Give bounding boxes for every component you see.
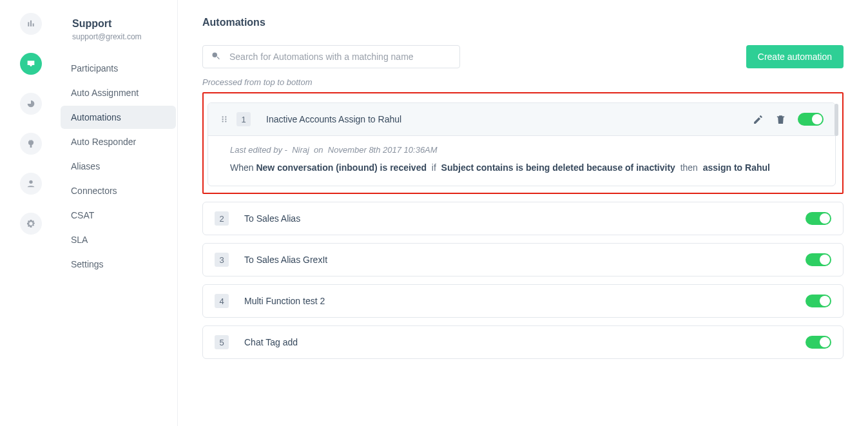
rail-people-icon[interactable] xyxy=(20,173,42,195)
automation-title: Inactive Accounts Assign to Rahul xyxy=(258,114,745,124)
edit-icon[interactable] xyxy=(753,114,764,125)
automation-number: 5 xyxy=(215,335,229,349)
automation-actions xyxy=(805,253,831,266)
rail-integrations-icon[interactable] xyxy=(20,133,42,155)
last-edited-text: Last edited by - Niraj on November 8th 2… xyxy=(230,145,813,155)
drag-handle-icon[interactable] xyxy=(220,115,229,124)
automation-toggle[interactable] xyxy=(798,113,824,126)
automation-number: 1 xyxy=(236,112,251,126)
automation-number: 3 xyxy=(215,253,229,267)
sidebar-header: Support support@grexit.com xyxy=(62,18,177,41)
process-order-note: Processed from top to bottom xyxy=(202,77,844,87)
automation-actions xyxy=(805,212,831,225)
sidebar-title: Support xyxy=(72,18,177,30)
rail-settings-icon[interactable] xyxy=(20,213,42,235)
svg-rect-2 xyxy=(33,23,34,26)
automation-title: To Sales Alias xyxy=(236,213,798,224)
automation-row[interactable]: 5Chat Tag add xyxy=(202,325,844,359)
icon-rail xyxy=(0,0,62,426)
sidebar-item-sla[interactable]: SLA xyxy=(61,228,176,251)
automation-row-header[interactable]: 2To Sales Alias xyxy=(203,202,843,235)
automation-title: To Sales Alias GrexIt xyxy=(236,255,798,265)
automation-row[interactable]: 3To Sales Alias GrexIt xyxy=(202,243,844,276)
svg-point-8 xyxy=(222,121,224,122)
rail-reports-icon[interactable] xyxy=(20,93,42,115)
sidebar-item-auto-responder[interactable]: Auto Responder xyxy=(61,130,176,153)
sidebar: Support support@grexit.com ParticipantsA… xyxy=(62,0,178,426)
svg-point-5 xyxy=(225,116,226,117)
automation-details: Last edited by - Niraj on November 8th 2… xyxy=(208,136,835,186)
automation-row[interactable]: 1 Inactive Accounts Assign to Rahul Last… xyxy=(207,102,836,186)
sidebar-item-automations[interactable]: Automations xyxy=(61,106,176,129)
rail-inbox-icon[interactable] xyxy=(20,53,42,75)
delete-icon[interactable] xyxy=(775,114,786,125)
automation-row[interactable]: 4Multi Function test 2 xyxy=(202,284,844,318)
automation-title: Multi Function test 2 xyxy=(236,296,798,306)
sidebar-item-settings[interactable]: Settings xyxy=(61,253,176,276)
search-icon xyxy=(211,51,220,63)
sidebar-item-connectors[interactable]: Connectors xyxy=(61,179,176,202)
automation-title: Chat Tag add xyxy=(236,337,798,347)
svg-point-7 xyxy=(225,119,226,120)
automation-actions xyxy=(805,336,831,349)
svg-rect-0 xyxy=(28,22,29,26)
automation-row-header[interactable]: 5Chat Tag add xyxy=(203,326,843,358)
search-input[interactable] xyxy=(220,52,452,62)
automation-row[interactable]: 2To Sales Alias xyxy=(202,202,844,235)
topbar: Create automation xyxy=(202,45,844,68)
sidebar-item-auto-assignment[interactable]: Auto Assignment xyxy=(61,81,176,104)
automation-toggle[interactable] xyxy=(805,295,831,307)
automation-rule: When New conversation (inbound) is recei… xyxy=(230,162,813,173)
automation-row-header[interactable]: 1 Inactive Accounts Assign to Rahul xyxy=(208,103,835,136)
svg-point-3 xyxy=(29,180,32,184)
highlighted-automation: 1 Inactive Accounts Assign to Rahul Last… xyxy=(202,92,844,194)
automation-row-header[interactable]: 4Multi Function test 2 xyxy=(203,285,843,317)
sidebar-item-csat[interactable]: CSAT xyxy=(61,204,176,227)
scrollbar-thumb[interactable] xyxy=(834,104,838,136)
sidebar-item-participants[interactable]: Participants xyxy=(61,57,176,80)
automation-number: 4 xyxy=(215,294,229,308)
svg-point-6 xyxy=(222,119,224,120)
automation-actions xyxy=(805,295,831,307)
page-title: Automations xyxy=(202,17,844,28)
search-box[interactable] xyxy=(202,45,460,68)
sidebar-item-aliases[interactable]: Aliases xyxy=(61,155,176,178)
svg-rect-1 xyxy=(30,21,32,26)
automation-toggle[interactable] xyxy=(805,253,831,266)
automation-list: 2To Sales Alias3To Sales Alias GrexIt4Mu… xyxy=(202,202,844,359)
automation-number: 2 xyxy=(215,211,229,226)
main-content: Automations Create automation Processed … xyxy=(178,0,868,426)
sidebar-subtitle: support@grexit.com xyxy=(72,32,177,41)
rail-analytics-icon[interactable] xyxy=(20,13,42,35)
svg-point-9 xyxy=(225,121,226,122)
svg-point-4 xyxy=(222,116,224,117)
automation-actions xyxy=(753,113,824,126)
automation-row-header[interactable]: 3To Sales Alias GrexIt xyxy=(203,244,843,276)
create-automation-button[interactable]: Create automation xyxy=(746,45,844,68)
automation-toggle[interactable] xyxy=(805,336,831,349)
automation-toggle[interactable] xyxy=(805,212,831,225)
